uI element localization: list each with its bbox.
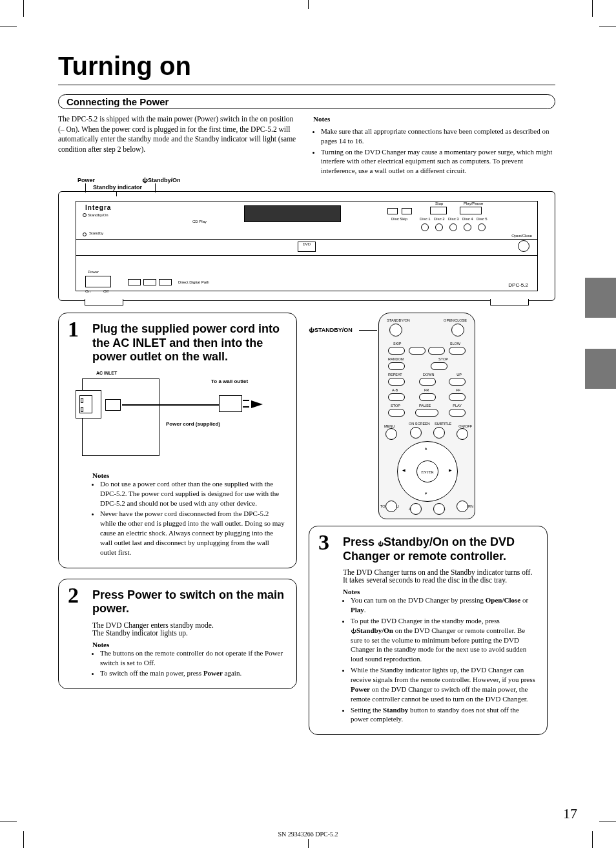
standby-led-icon [83, 233, 87, 236]
remote-open-close-button-icon [451, 324, 464, 336]
standby-on-led-icon [83, 213, 87, 217]
remote-btn-label: STANDBY/ON [385, 318, 411, 322]
remote-button-icon [433, 503, 445, 515]
note-item: To put the DVD Changer in the standby mo… [351, 616, 537, 664]
panel-off: Off [103, 289, 108, 293]
panel-disc2: Disc 2 [434, 217, 445, 221]
remote-btn-label: PLAY [453, 404, 462, 408]
remote-btn-label: A-B [392, 388, 398, 392]
disc1-button-icon [421, 223, 429, 231]
notes-heading: Notes [92, 471, 286, 479]
remote-button-icon [457, 428, 468, 440]
note-item: Setting the Standby button to standby do… [351, 705, 537, 725]
panel-standby-on: Standby/On [88, 213, 108, 217]
footer-text: SN 29343266 DPC-5.2 [0, 831, 616, 838]
to-wall-label: To a wall outlet [211, 378, 248, 384]
remote-button-icon [388, 409, 405, 417]
notes-heading: Notes [313, 114, 555, 124]
remote-button-icon [419, 393, 436, 401]
remote-btn-label: RANDOM [388, 357, 404, 361]
side-tab [585, 278, 616, 318]
panel-stop: Stop [435, 202, 443, 205]
note-item: The buttons on the remote controller do … [100, 648, 286, 668]
step-number: 2 [68, 583, 79, 608]
power-cord-label: Power cord (supplied) [166, 421, 220, 427]
remote-standby-on-button-icon [389, 324, 402, 336]
disc3-button-icon [449, 223, 457, 231]
remote-btn-label: PAUSE [419, 404, 431, 408]
step-number: 1 [68, 317, 79, 342]
device-foot-icon [85, 299, 123, 305]
step-body-text: The DVD Changer turns on and the Standby… [343, 568, 537, 584]
page-number: 17 [563, 805, 577, 822]
remote-btn-label: OPEN/CLOSE [442, 318, 468, 322]
disc5-button-icon [478, 223, 486, 231]
panel-direct-digital: Direct Digital Path [178, 280, 209, 284]
remote-button-icon [433, 427, 445, 439]
remote-button-icon [457, 501, 468, 512]
disc2-button-icon [435, 223, 443, 231]
stop-button-icon [430, 207, 447, 214]
arrow-right-icon [251, 400, 263, 408]
remote-btn-label: STOP [438, 357, 448, 361]
step-body-text: The DVD Changer enters standby mode. [92, 621, 286, 629]
remote-button-icon [449, 409, 466, 417]
remote-button-icon [415, 409, 438, 417]
label-power: Power [77, 177, 95, 183]
page-title: Turning on [58, 52, 555, 81]
step-heading: Plug the supplied power cord into the AC… [92, 322, 286, 364]
remote-button-icon [388, 393, 405, 401]
plug-diagram: AC INLET To a wall outlet Power cord (su… [76, 369, 269, 466]
remote-diagram: STANDBY/ON STANDBY/ON OPEN/CLOSE SKIP SL… [309, 313, 548, 526]
remote-btn-label: ON/OFF [458, 424, 472, 428]
step-1-box: 1 Plug the supplied power cord into the … [58, 313, 297, 568]
panel-cd-play: CD Play [192, 220, 207, 223]
notes-heading: Notes [343, 588, 537, 595]
remote-btn-label: UP [457, 373, 462, 377]
open-close-button-icon [518, 240, 529, 252]
remote-button-icon [428, 347, 445, 355]
remote-btn-label: SUBTITLE [435, 422, 451, 426]
note-item: You can turn on the DVD Changer by press… [351, 595, 537, 615]
label-standby-indicator: Standby indicator [93, 184, 142, 191]
display-icon [244, 205, 341, 222]
next-button-icon [402, 208, 412, 214]
remote-btn-label: FR [424, 388, 429, 392]
note-item: To switch off the main power, press Powe… [100, 668, 286, 678]
dts-logo-icon [128, 279, 141, 285]
panel-disc3: Disc 3 [448, 217, 459, 221]
section-heading: Connecting the Power [58, 94, 555, 109]
step-body-text: The Standby indicator lights up. [92, 629, 286, 637]
remote-button-icon [449, 393, 466, 401]
label-standby-on: Standby/On [142, 177, 181, 183]
remote-button-icon [410, 427, 422, 439]
step-heading: Press Power to switch on the main power. [92, 588, 286, 616]
step-2-box: 2 Press Power to switch on the main powe… [58, 579, 297, 690]
disc4-button-icon [464, 223, 471, 231]
device-foot-icon [490, 299, 529, 305]
note-item: While the Standby indicator lights up, t… [351, 665, 537, 703]
step-number: 3 [318, 530, 329, 555]
ac-inlet-label: AC INLET [96, 371, 117, 375]
dvd-logo-icon: DVD [298, 242, 316, 252]
remote-button-icon [388, 362, 405, 370]
remote-btn-label: FF [456, 388, 460, 392]
title-rule [58, 85, 555, 85]
intro-paragraph: The DPC-5.2 is shipped with the main pow… [58, 114, 300, 154]
panel-disc4: Disc 4 [462, 217, 473, 221]
panel-play-pause: Play/Pause [464, 202, 483, 205]
remote-button-icon [385, 428, 397, 440]
panel-power-sw-label: Power [88, 270, 99, 274]
dolby-logo-icon [143, 279, 156, 285]
panel-disc-skip: Disc Skip [391, 217, 407, 221]
note-item: Make sure that all appropriate connectio… [321, 127, 555, 146]
panel-open-close: Open/Close [511, 234, 532, 238]
remote-btn-label: MENU [384, 424, 395, 428]
note-item: Never have the power cord disconnected f… [100, 509, 286, 557]
remote-btn-label: SLOW [450, 342, 460, 346]
note-item: Turning on the DVD Changer may cause a m… [321, 147, 555, 176]
model-label: DPC-5.2 [508, 282, 528, 288]
device-front-panel: Integra Standby/On CD Play Standby Stop … [58, 191, 555, 301]
step-heading: Press Standby/On on the DVD Changer or r… [343, 535, 537, 563]
remote-button-icon [431, 362, 447, 370]
